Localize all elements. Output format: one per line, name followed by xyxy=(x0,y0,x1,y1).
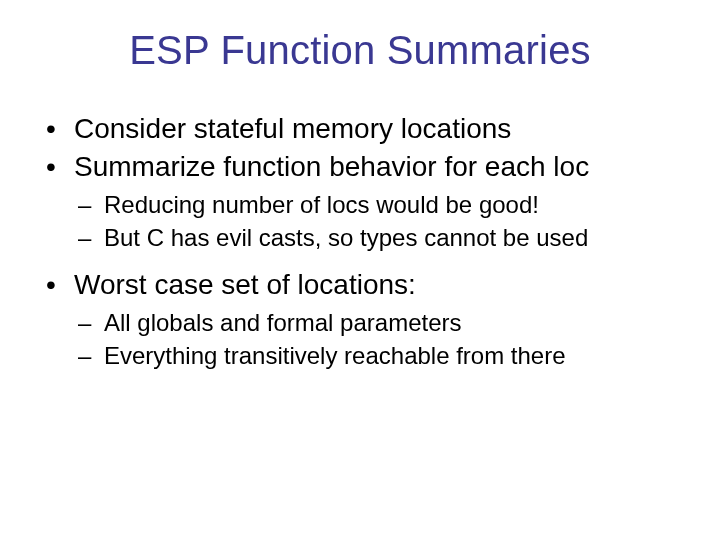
sub-bullet-text: But C has evil casts, so types cannot be… xyxy=(104,224,588,251)
sub-bullet-item: All globals and formal parameters xyxy=(40,307,680,338)
bullet-text: Worst case set of locations: xyxy=(74,269,416,300)
sub-bullet-list: All globals and formal parameters Everyt… xyxy=(40,307,680,371)
bullet-item: Worst case set of locations: xyxy=(40,267,680,303)
slide-title: ESP Function Summaries xyxy=(40,28,680,73)
bullet-item: Summarize function behavior for each loc xyxy=(40,149,680,185)
sub-bullet-text: Everything transitively reachable from t… xyxy=(104,342,566,369)
sub-bullet-text: All globals and formal parameters xyxy=(104,309,462,336)
bullet-text: Consider stateful memory locations xyxy=(74,113,511,144)
bullet-list: Consider stateful memory locations Summa… xyxy=(40,111,680,371)
slide: ESP Function Summaries Consider stateful… xyxy=(0,0,720,540)
bullet-item: Consider stateful memory locations xyxy=(40,111,680,147)
bullet-text: Summarize function behavior for each loc xyxy=(74,151,589,182)
sub-bullet-item: Everything transitively reachable from t… xyxy=(40,340,680,371)
sub-bullet-item: But C has evil casts, so types cannot be… xyxy=(40,222,680,253)
sub-bullet-text: Reducing number of locs would be good! xyxy=(104,191,539,218)
sub-bullet-list: Reducing number of locs would be good! B… xyxy=(40,189,680,253)
sub-bullet-item: Reducing number of locs would be good! xyxy=(40,189,680,220)
